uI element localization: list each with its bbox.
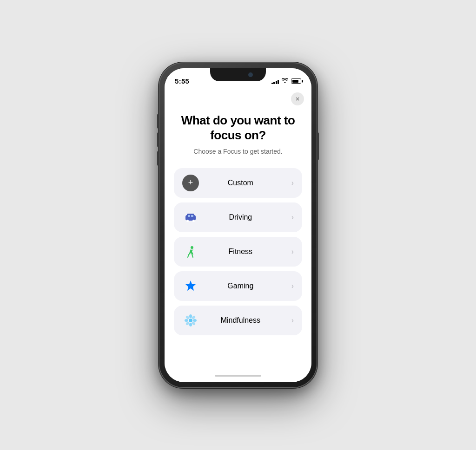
focus-item-fitness[interactable]: Fitness › [174,237,302,267]
custom-icon: + [182,175,199,191]
main-content: × What do you want to focus on? Choose a… [165,89,311,369]
svg-rect-4 [188,215,190,217]
svg-point-15 [192,321,196,326]
phone-screen: 5:55 [165,68,311,382]
wifi-icon [282,78,288,85]
focus-label-driving: Driving [199,213,282,222]
svg-point-11 [193,319,197,322]
svg-point-7 [189,319,192,322]
chevron-fitness: › [291,248,294,256]
fitness-icon [182,243,199,260]
focus-item-driving[interactable]: Driving › [174,202,302,232]
chevron-driving: › [291,213,294,222]
chevron-mindfulness: › [291,316,294,325]
svg-point-3 [192,220,195,222]
battery-icon [291,78,301,84]
status-time: 5:55 [175,77,189,85]
driving-icon [182,209,199,226]
svg-point-14 [185,321,190,326]
home-indicator [165,369,311,382]
svg-point-12 [185,315,190,320]
svg-point-2 [186,220,189,222]
home-bar [215,375,261,377]
page-subheading: Choose a Focus to get started. [174,148,302,155]
camera [248,72,253,77]
focus-label-fitness: Fitness [199,248,282,256]
focus-item-gaming[interactable]: Gaming › [174,271,302,301]
close-button[interactable]: × [291,92,304,105]
svg-point-10 [185,319,188,322]
svg-point-8 [189,314,192,318]
mindfulness-icon [182,312,199,329]
gaming-icon [182,278,199,294]
page-heading: What do you want to focus on? [174,113,302,143]
svg-point-6 [191,246,193,249]
notch [210,68,266,81]
phone-frame: 5:55 [159,63,317,388]
svg-point-9 [189,323,192,326]
status-icons [271,78,302,85]
focus-label-gaming: Gaming [199,282,282,290]
chevron-gaming: › [291,282,294,290]
focus-item-custom[interactable]: + Custom › [174,168,302,198]
svg-rect-5 [191,215,193,217]
signal-icon [271,78,279,84]
chevron-custom: › [291,179,294,187]
focus-label-mindfulness: Mindfulness [199,316,282,325]
focus-item-mindfulness[interactable]: Mindfulness › [174,306,302,335]
svg-point-13 [192,315,196,320]
focus-label-custom: Custom [199,179,282,187]
focus-list: + Custom › [174,168,302,335]
